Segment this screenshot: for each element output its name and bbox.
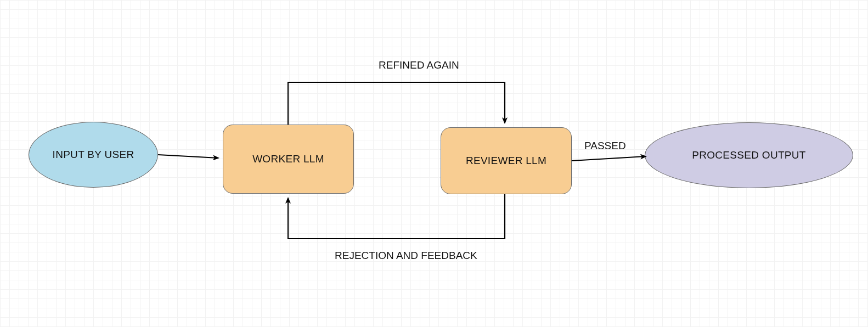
node-reviewer: REVIEWER LLM	[441, 127, 572, 194]
diagram-canvas: INPUT BY USER WORKER LLM REVIEWER LLM PR…	[0, 0, 868, 327]
edge-input-to-worker	[158, 155, 218, 158]
edge-reviewer-to-worker	[288, 194, 505, 239]
node-input-label: INPUT BY USER	[53, 149, 134, 161]
edge-label-passed: PASSED	[584, 140, 626, 152]
node-input: INPUT BY USER	[29, 122, 158, 188]
node-worker: WORKER LLM	[223, 125, 354, 194]
node-worker-label: WORKER LLM	[252, 153, 324, 165]
node-output-label: PROCESSED OUTPUT	[692, 149, 806, 161]
edge-label-refined: REFINED AGAIN	[379, 59, 459, 71]
edge-label-rejection: REJECTION AND FEEDBACK	[335, 250, 477, 262]
edge-reviewer-to-output	[572, 156, 646, 161]
node-reviewer-label: REVIEWER LLM	[466, 155, 546, 167]
node-output: PROCESSED OUTPUT	[645, 122, 853, 188]
edge-worker-to-reviewer	[288, 82, 505, 125]
